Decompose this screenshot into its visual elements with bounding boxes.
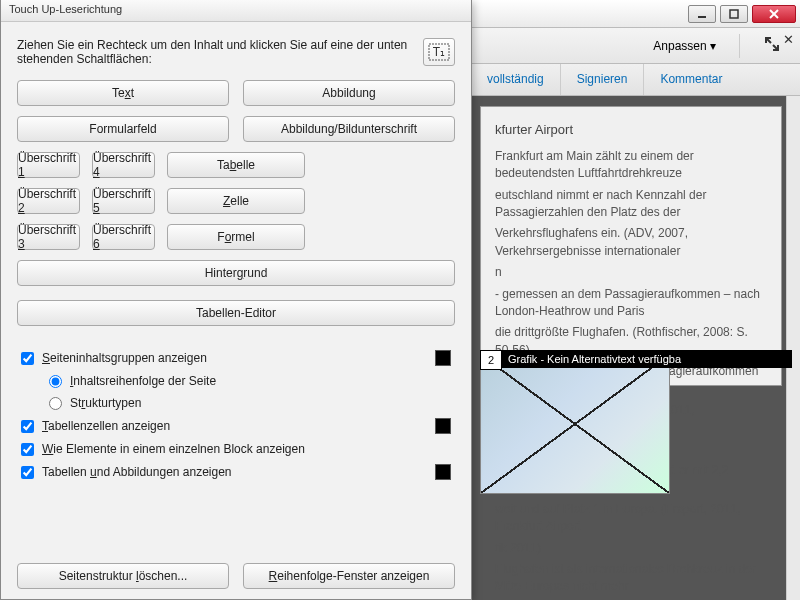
doc-heading: kfurter Airport: [495, 121, 767, 140]
tag-formula-button[interactable]: Formel: [167, 224, 305, 250]
table-cells-color-swatch[interactable]: [435, 418, 451, 434]
tab-vollstandig[interactable]: vollständig: [470, 64, 560, 95]
page-reading-order-label: Inhaltsreihenfolge der Seite: [70, 374, 451, 388]
window-maximize-button[interactable]: [720, 5, 748, 23]
svg-rect-1: [730, 10, 738, 18]
graphic-thumbnail: [480, 354, 670, 494]
tag-cell-button[interactable]: Zelle: [167, 188, 305, 214]
tag-background-button[interactable]: Hintergrund: [17, 260, 455, 286]
tag-h6-button[interactable]: Überschrift 6: [92, 224, 155, 250]
structure-types-radio[interactable]: [49, 397, 62, 410]
tables-figures-color-swatch[interactable]: [435, 464, 451, 480]
tag-table-button[interactable]: Tabelle: [167, 152, 305, 178]
show-single-block-label: Wie Elemente in einem einzelnen Block an…: [42, 442, 451, 456]
vertical-scrollbar[interactable]: [786, 96, 800, 600]
reading-order-dialog: Touch Up-Leserichtung Ziehen Sie ein Rec…: [0, 0, 472, 600]
window-close-button[interactable]: [752, 5, 796, 23]
show-page-content-groups-checkbox[interactable]: [21, 352, 34, 365]
show-table-cells-checkbox[interactable]: [21, 420, 34, 433]
clear-page-structure-button[interactable]: Seitenstruktur löschen...: [17, 563, 229, 589]
show-tables-figures-checkbox[interactable]: [21, 466, 34, 479]
tag-formfield-button[interactable]: Formularfeld: [17, 116, 229, 142]
structure-types-label: Strukturtypen: [70, 396, 451, 410]
svg-text:T₁: T₁: [433, 45, 445, 59]
dialog-title: Touch Up-Leserichtung: [1, 0, 471, 22]
document-viewport: kfurter Airport Frankfurt am Main zählt …: [470, 96, 786, 600]
display-options: Seiteninhaltsgruppen anzeigen Inhaltsrei…: [17, 336, 455, 496]
table-editor-button[interactable]: Tabellen-Editor: [17, 300, 455, 326]
tag-h4-button[interactable]: Überschrift 4: [92, 152, 155, 178]
draw-rectangle-icon: T₁: [423, 38, 455, 66]
show-tables-figures-label: Tabellen und Abbildungen anzeigen: [42, 465, 435, 479]
tag-h5-button[interactable]: Überschrift 5: [92, 188, 155, 214]
tab-kommentar[interactable]: Kommentar: [643, 64, 738, 95]
panel-close-icon[interactable]: ✕: [783, 32, 794, 47]
show-order-panel-button[interactable]: Reihenfolge-Fenster anzeigen: [243, 563, 455, 589]
customize-label: Anpassen: [653, 39, 706, 53]
tag-text-button[interactable]: Text: [17, 80, 229, 106]
show-table-cells-label: Tabellenzellen anzeigen: [42, 419, 435, 433]
instruction-text: Ziehen Sie ein Rechteck um den Inhalt un…: [17, 38, 413, 66]
graphic-order-number: 2: [480, 350, 502, 370]
tab-signieren[interactable]: Signieren: [560, 64, 644, 95]
customize-button[interactable]: Anpassen ▾: [644, 34, 725, 58]
tag-figure-caption-button[interactable]: Abbildung/Bildunterschrift: [243, 116, 455, 142]
show-page-content-groups-label: Seiteninhaltsgruppen anzeigen: [42, 351, 435, 365]
graphic-alt-warning: Grafik - Kein Alternativtext verfügba: [502, 350, 792, 368]
tag-figure-button[interactable]: Abbildung: [243, 80, 455, 106]
window-minimize-button[interactable]: [688, 5, 716, 23]
document-page[interactable]: kfurter Airport Frankfurt am Main zählt …: [480, 106, 782, 386]
page-content-color-swatch[interactable]: [435, 350, 451, 366]
tag-h3-button[interactable]: Überschrift 3: [17, 224, 80, 250]
show-single-block-checkbox[interactable]: [21, 443, 34, 456]
page-reading-order-radio[interactable]: [49, 375, 62, 388]
tag-h1-button[interactable]: Überschrift 1: [17, 152, 80, 178]
tag-h2-button[interactable]: Überschrift 2: [17, 188, 80, 214]
